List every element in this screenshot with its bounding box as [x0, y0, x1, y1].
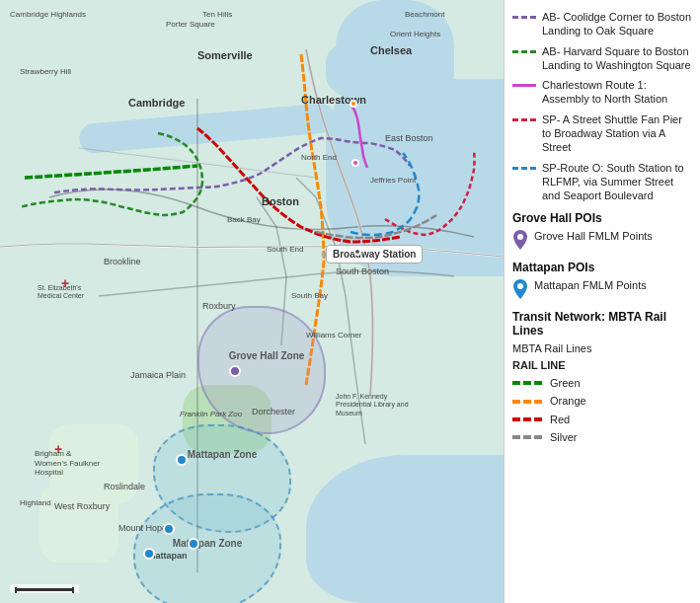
- rail-line-item-silver: Silver: [512, 430, 692, 444]
- rail-line-orange: [512, 400, 542, 404]
- legend-item-sp-a-street: SP- A Street Shuttle Fan Pier to Broadwa…: [512, 113, 692, 155]
- rail-line-green: [512, 381, 542, 385]
- mattapan-poi-marker-1: [176, 454, 188, 466]
- legend-line-ab-harvard: [512, 50, 536, 53]
- map-container: Grove Hall Zone Mattapan Zone Mattapan Z…: [0, 0, 504, 603]
- map-background: Grove Hall Zone Mattapan Zone Mattapan Z…: [0, 0, 504, 603]
- legend-line-sp-route-o: [512, 167, 536, 170]
- legend-item-sp-route-o: SP-Route O: South Station to RLFMP, via …: [512, 161, 692, 203]
- station-broadway: [353, 248, 361, 256]
- grove-hall-poi-marker: [229, 365, 241, 377]
- label-ten-hills: Ten Hills: [202, 10, 232, 19]
- rail-line-red-label: Red: [550, 413, 570, 426]
- hospital-label-1: St. Elizabeth's Medical Center: [38, 284, 97, 301]
- legend-line-charlestown: [512, 84, 536, 87]
- scale-bar: [10, 584, 79, 593]
- grove-hall-poi-label: Grove Hall FMLM Points: [534, 229, 653, 243]
- legend-item-charlestown: Charlestown Route 1: Assembly to North S…: [512, 78, 692, 107]
- rail-line-red: [512, 417, 542, 421]
- grove-hall-poi-icon: [512, 230, 528, 250]
- legend-item-ab-harvard: AB- Harvard Square to Boston Landing to …: [512, 44, 692, 73]
- rail-line-orange-label: Orange: [550, 394, 586, 408]
- mattapan-poi-marker-2: [163, 523, 175, 535]
- legend-label-charlestown: Charlestown Route 1: Assembly to North S…: [542, 78, 692, 107]
- transit-network-title: Transit Network: MBTA Rail Lines: [512, 310, 692, 338]
- grove-hall-pois-title: Grove Hall POIs: [512, 211, 692, 225]
- rail-line-green-label: Green: [550, 376, 581, 390]
- label-boston: Boston: [262, 195, 299, 207]
- label-jfk: John F. Kennedy Presidential Library and…: [336, 393, 410, 417]
- rail-line-item-red: Red: [512, 413, 692, 426]
- legend-line-sp-a-street: [512, 118, 536, 121]
- label-south-end: South End: [267, 245, 303, 254]
- rail-line-label: RAIL LINE: [512, 358, 692, 372]
- label-south-bay: South Bay: [291, 291, 328, 300]
- label-cambridge: Cambridge: [128, 97, 185, 109]
- legend-label-sp-route-o: SP-Route O: South Station to RLFMP, via …: [542, 161, 692, 203]
- mattapan-poi-marker-3: [188, 538, 199, 550]
- transit-network-subtitle: MBTA Rail Lines: [512, 341, 692, 355]
- mattapan-poi-marker-4: [143, 548, 155, 560]
- rail-line-item-orange: Orange: [512, 394, 692, 408]
- rail-line-item-green: Green: [512, 376, 692, 390]
- legend-item-ab-coolidge: AB- Coolidge Corner to Boston Landing to…: [512, 10, 692, 38]
- label-cambridge-highlands: Cambridge Highlands: [10, 10, 86, 19]
- svg-point-0: [517, 234, 523, 240]
- broadway-station-callout: Broadway Station: [326, 245, 423, 264]
- label-porter-square: Porter Square: [166, 20, 215, 29]
- label-jamaica-plain: Jamaica Plain: [130, 370, 186, 380]
- label-somerville: Somerville: [197, 49, 253, 61]
- mattapan-zone-2: [133, 493, 281, 603]
- label-brookline: Brookline: [104, 257, 141, 266]
- legend-mattapan-poi: Mattapan FMLM Points: [512, 278, 692, 302]
- mattapan-poi-label: Mattapan FMLM Points: [534, 278, 647, 292]
- station-assembly: [350, 100, 357, 108]
- rail-line-silver: [512, 435, 542, 439]
- legend-panel: AB- Coolidge Corner to Boston Landing to…: [504, 0, 700, 603]
- legend-line-ab-coolidge: [512, 16, 536, 19]
- legend-label-ab-coolidge: AB- Coolidge Corner to Boston Landing to…: [542, 10, 692, 38]
- station-north: [351, 159, 359, 167]
- legend-label-ab-harvard: AB- Harvard Square to Boston Landing to …: [542, 44, 692, 73]
- mattapan-pois-title: Mattapan POIs: [512, 261, 692, 274]
- svg-point-1: [517, 283, 523, 289]
- legend-grove-hall-poi: Grove Hall FMLM Points: [512, 229, 692, 253]
- label-strawberry-hill: Strawberry Hill: [20, 67, 71, 76]
- hospital-label-2: Brigham & Women's Faulkner Hospital: [35, 449, 104, 478]
- rail-line-silver-label: Silver: [550, 430, 578, 444]
- mattapan-poi-icon: [512, 279, 528, 299]
- label-back-bay: Back Bay: [227, 215, 261, 224]
- legend-label-sp-a-street: SP- A Street Shuttle Fan Pier to Broadwa…: [542, 113, 692, 155]
